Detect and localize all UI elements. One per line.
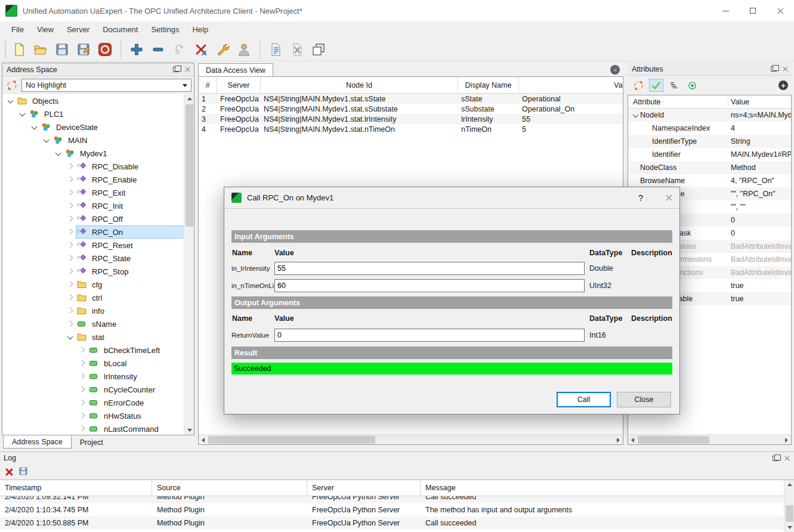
chevron-right-icon[interactable] xyxy=(66,293,74,302)
table-row[interactable]: 4FreeOpcUa ...NS4|String|MAIN.Mydev1.sta… xyxy=(199,124,623,134)
attribute-row[interactable]: NamespaceIndex4 xyxy=(628,122,791,135)
column-header-value[interactable]: Value xyxy=(728,98,749,106)
menu-help[interactable]: Help xyxy=(186,25,215,34)
chevron-right-icon[interactable] xyxy=(66,307,74,315)
chevron-right-icon[interactable] xyxy=(66,202,74,210)
log-row[interactable]: 2/4/2020 1:09:32.141 PMMethod PluginFree… xyxy=(0,496,794,503)
menu-server[interactable]: Server xyxy=(60,25,96,34)
auto-refresh-check-icon[interactable] xyxy=(649,79,663,92)
scroll-left-icon[interactable] xyxy=(628,435,637,445)
table-row[interactable]: 3FreeOpcUa ...NS4|String|MAIN.Mydev1.sta… xyxy=(199,114,623,124)
chevron-right-icon[interactable] xyxy=(78,385,86,394)
chevron-right-icon[interactable] xyxy=(78,398,86,407)
attribute-row[interactable]: IdentifierTypeString xyxy=(628,135,791,148)
scroll-left-icon[interactable] xyxy=(199,435,208,445)
maximize-button[interactable] xyxy=(739,0,767,21)
column-header-value[interactable]: Value xyxy=(519,77,623,93)
tree-item-bchecktimeleft[interactable]: bCheckTimeLeft xyxy=(2,344,194,357)
tree-item-nlastcommand[interactable]: nLastCommand xyxy=(2,422,194,435)
dialog-close-icon[interactable] xyxy=(666,194,672,200)
chevron-down-icon[interactable] xyxy=(6,97,14,105)
tree-item-nhwstatus[interactable]: nHwStatus xyxy=(2,409,194,422)
column-header-server[interactable]: Server xyxy=(217,77,261,93)
column-header-num[interactable]: # xyxy=(199,77,217,93)
add-server-icon[interactable] xyxy=(127,40,146,59)
float-panel-icon[interactable] xyxy=(173,67,179,72)
chevron-down-icon[interactable] xyxy=(18,110,26,118)
attribute-row[interactable]: IdentifierMAIN.Mydev1#RPC_On xyxy=(628,148,791,161)
dialog-title-bar[interactable]: Call RPC_On on Mydev1 ? xyxy=(224,187,679,209)
column-header-server[interactable]: Server xyxy=(307,480,421,496)
scrollbar-thumb[interactable] xyxy=(786,505,793,522)
column-header-message[interactable]: Message xyxy=(421,480,794,496)
tree-item-devicestate[interactable]: DeviceState xyxy=(2,120,194,134)
tab-project[interactable]: Project xyxy=(72,436,112,449)
scrollbar-thumb[interactable] xyxy=(186,104,193,227)
tree-item-sname[interactable]: sName xyxy=(2,317,194,330)
log-scrollbar[interactable] xyxy=(784,480,794,532)
scrollbar-thumb[interactable] xyxy=(638,436,709,444)
minimize-button[interactable] xyxy=(712,0,739,21)
scroll-up-icon[interactable] xyxy=(784,480,794,489)
attributes-hscrollbar[interactable] xyxy=(628,434,791,444)
tree-item-info[interactable]: info xyxy=(2,304,194,317)
tree-item-main[interactable]: MAIN xyxy=(2,134,194,147)
table-row[interactable]: 1FreeOpcUa ...NS4|String|MAIN.Mydev1.sta… xyxy=(199,94,623,104)
tree-scrollbar[interactable] xyxy=(184,94,194,435)
log-row[interactable]: 2/4/2020 1:10:34.745 PMMethod PluginFree… xyxy=(0,503,794,516)
remove-selected-icon[interactable] xyxy=(191,40,211,59)
menu-file[interactable]: File xyxy=(5,25,30,34)
arg-value-input[interactable] xyxy=(274,329,585,342)
column-header-source[interactable]: Source xyxy=(152,480,307,496)
scroll-right-icon[interactable] xyxy=(782,435,791,445)
target-icon[interactable] xyxy=(685,79,699,92)
tree-item-objects[interactable]: Objects xyxy=(2,94,194,107)
column-header-nodeid[interactable]: Node Id xyxy=(261,77,458,93)
tree-item-ncyclecounter[interactable]: nCycleCounter xyxy=(2,383,194,396)
chevron-right-icon[interactable] xyxy=(66,188,74,197)
chevron-right-icon[interactable] xyxy=(66,280,74,289)
tree-item-rpc-stop[interactable]: RPC_Stop xyxy=(2,265,194,278)
chevron-right-icon[interactable] xyxy=(66,162,74,171)
scroll-down-icon[interactable] xyxy=(784,523,794,532)
close-dialog-button[interactable]: Close xyxy=(617,392,671,407)
data-table-hscrollbar[interactable] xyxy=(199,434,623,444)
dialog-help-button[interactable]: ? xyxy=(638,193,666,203)
chevron-right-icon[interactable] xyxy=(66,175,74,184)
chevron-right-icon[interactable] xyxy=(66,267,74,276)
arg-value-input[interactable] xyxy=(274,279,585,292)
open-document-icon[interactable] xyxy=(31,40,50,59)
chevron-down-icon[interactable] xyxy=(66,333,74,341)
arg-value-input[interactable] xyxy=(274,262,585,275)
tab-address-space[interactable]: Address Space xyxy=(3,435,72,449)
add-attribute-icon[interactable]: + xyxy=(778,81,788,90)
tree-item-ctrl[interactable]: ctrl xyxy=(2,291,194,304)
chevron-right-icon[interactable] xyxy=(78,372,86,381)
call-button[interactable]: Call xyxy=(557,392,611,407)
refresh-icon[interactable] xyxy=(631,79,645,92)
chevron-down-icon[interactable] xyxy=(42,136,50,144)
tree-item-rpc-disable[interactable]: RPC_Disable xyxy=(2,160,194,173)
remove-document-icon[interactable] xyxy=(288,40,307,59)
tree-item-lrintensity[interactable]: lrIntensity xyxy=(2,370,194,383)
change-user-icon[interactable] xyxy=(234,40,254,59)
remove-server-icon[interactable] xyxy=(149,40,168,59)
close-button[interactable] xyxy=(767,0,794,21)
tree-item-stat[interactable]: stat xyxy=(2,330,194,344)
close-panel-icon[interactable] xyxy=(784,456,790,461)
save-log-icon[interactable] xyxy=(18,466,28,478)
chevron-right-icon[interactable] xyxy=(66,241,74,249)
attribute-row[interactable]: NodeClassMethod xyxy=(628,161,791,174)
scroll-right-icon[interactable] xyxy=(614,435,623,445)
chevron-right-icon[interactable] xyxy=(78,412,86,420)
tree-item-rpc-reset[interactable]: RPC_Reset xyxy=(2,239,194,252)
chevron-right-icon[interactable] xyxy=(78,346,86,354)
close-document-button[interactable] xyxy=(610,65,620,75)
refresh-icon[interactable] xyxy=(5,78,19,92)
tree-item-plc1[interactable]: PLC1 xyxy=(2,107,194,120)
scrollbar-thumb[interactable] xyxy=(208,436,375,444)
tree-item-rpc-enable[interactable]: RPC_Enable xyxy=(2,173,194,186)
new-document-icon[interactable] xyxy=(10,40,29,59)
hierarchy-icon[interactable] xyxy=(667,79,681,92)
connect-server-icon[interactable] xyxy=(170,40,189,59)
